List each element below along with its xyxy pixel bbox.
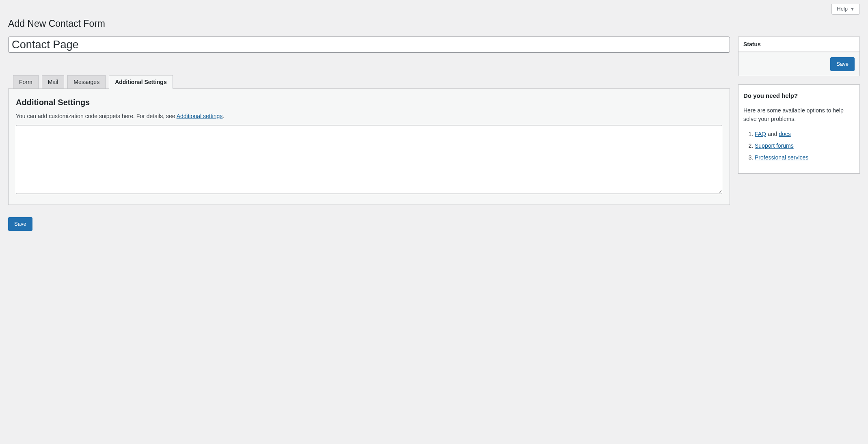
faq-link[interactable]: FAQ	[755, 131, 766, 137]
additional-settings-panel: Additional Settings You can add customiz…	[8, 88, 730, 205]
status-box-title: Status	[743, 41, 855, 47]
panel-description: You can add customization code snippets …	[16, 113, 722, 119]
help-intro: Here are some available options to help …	[743, 106, 855, 123]
help-box-title: Do you need help?	[743, 92, 855, 99]
help-toggle-button[interactable]: Help ▼	[831, 4, 860, 15]
tab-mail[interactable]: Mail	[42, 75, 65, 89]
save-button-sidebar[interactable]: Save	[830, 57, 855, 71]
tab-list: Form Mail Messages Additional Settings	[8, 75, 730, 89]
form-title-input[interactable]	[8, 37, 730, 53]
tab-messages[interactable]: Messages	[67, 75, 106, 89]
panel-description-prefix: You can add customization code snippets …	[16, 113, 177, 119]
status-box: Status Save	[738, 37, 860, 76]
chevron-down-icon: ▼	[850, 6, 855, 11]
and-text: and	[766, 131, 779, 137]
support-forums-link[interactable]: Support forums	[755, 142, 794, 149]
help-item-faq-docs: FAQ and docs	[755, 130, 855, 138]
docs-link[interactable]: docs	[779, 131, 791, 137]
save-button-bottom[interactable]: Save	[8, 217, 32, 231]
panel-description-suffix: .	[222, 113, 224, 119]
tab-form[interactable]: Form	[13, 75, 39, 89]
professional-services-link[interactable]: Professional services	[755, 154, 808, 161]
help-box: Do you need help? Here are some availabl…	[738, 84, 860, 174]
additional-settings-link[interactable]: Additional settings	[177, 113, 223, 119]
help-item-support: Support forums	[755, 142, 855, 150]
help-list: FAQ and docs Support forums Professional…	[743, 130, 855, 162]
help-item-pro: Professional services	[755, 153, 855, 162]
tab-additional-settings[interactable]: Additional Settings	[109, 75, 173, 89]
page-title: Add New Contact Form	[8, 15, 860, 31]
panel-heading: Additional Settings	[16, 98, 722, 107]
additional-settings-textarea[interactable]	[16, 125, 722, 194]
help-label: Help	[837, 6, 848, 12]
